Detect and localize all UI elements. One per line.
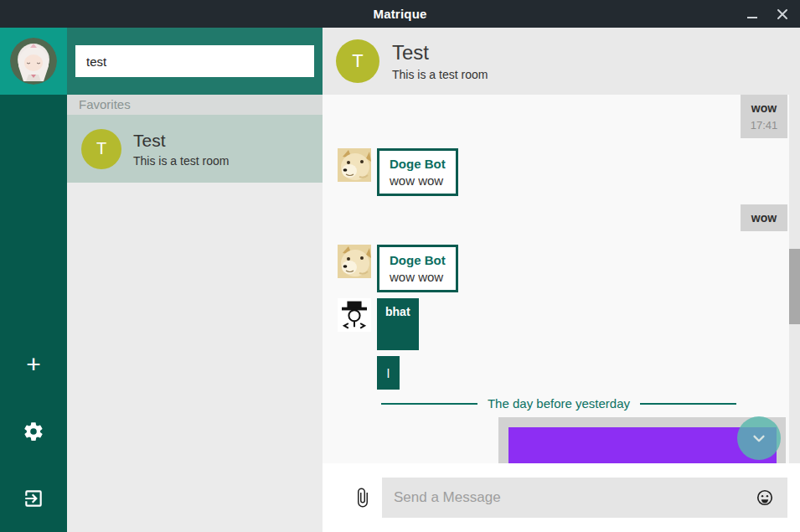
- room-topic: This is a test room: [133, 154, 229, 168]
- message-row: Doge Bot wow wow: [338, 245, 458, 292]
- plus-icon: +: [26, 352, 41, 377]
- message-sender: Doge Bot: [390, 253, 446, 267]
- message-timeline: wow 17:41: [323, 95, 800, 463]
- bhat-avatar: [338, 298, 371, 332]
- app-window: Matrique: [0, 0, 800, 532]
- message-text: l: [387, 366, 390, 380]
- titlebar: Matrique: [0, 0, 800, 28]
- chevron-down-icon: [748, 427, 770, 449]
- room-texts: Test This is a test room: [133, 131, 229, 168]
- user-avatar-box[interactable]: [0, 28, 67, 95]
- message-bubble-own-right: wow 17:41: [741, 95, 787, 138]
- message-timestamp: 17:41: [749, 119, 779, 132]
- window-controls: [743, 0, 792, 28]
- chat-room-avatar: T: [336, 39, 379, 83]
- room-avatar: T: [81, 129, 121, 169]
- divider-line: [640, 403, 736, 405]
- paperclip-icon: [353, 484, 373, 511]
- scroll-to-bottom-button[interactable]: [737, 416, 781, 460]
- doge-avatar-image: [338, 148, 371, 182]
- minimize-button[interactable]: [743, 5, 761, 23]
- message-bubble-own: l: [377, 356, 400, 390]
- chat-header: T Test This is a test room: [323, 28, 800, 95]
- room-list-panel: Favorites T Test This is a test room: [67, 28, 323, 532]
- chat-panel: T Test This is a test room wow 17:41: [323, 28, 800, 532]
- message-bubble-own-right: wow: [741, 204, 787, 231]
- chat-room-topic: This is a test room: [392, 68, 488, 81]
- logout-button[interactable]: [0, 478, 67, 519]
- date-divider-label: The day before yesterday: [488, 396, 630, 411]
- favorites-section-header: Favorites: [67, 95, 323, 115]
- emoji-smiley-icon: [756, 488, 774, 507]
- search-band: [67, 28, 323, 95]
- exit-icon: [23, 488, 44, 509]
- message-composer: [323, 463, 800, 532]
- bhat-avatar-image: [338, 298, 371, 332]
- attach-file-button[interactable]: [350, 483, 375, 513]
- user-avatar: [10, 38, 57, 85]
- composer-field[interactable]: [382, 478, 787, 518]
- search-input[interactable]: [75, 45, 314, 77]
- message-sender: bhat: [385, 305, 410, 318]
- doge-avatar-image: [338, 245, 371, 278]
- date-divider: The day before yesterday: [381, 396, 736, 411]
- minimize-icon: [747, 17, 757, 18]
- message-row: bhat: [338, 298, 419, 350]
- room-name: Test: [133, 131, 229, 151]
- message-row: Doge Bot wow wow: [338, 148, 458, 196]
- message-text: wow wow: [390, 173, 446, 188]
- gear-icon: [23, 421, 44, 442]
- message-text: wow: [749, 101, 779, 115]
- message-bubble-incoming: Doge Bot wow wow: [377, 245, 458, 292]
- message-text: wow: [749, 211, 779, 225]
- window-title: Matrique: [373, 7, 426, 21]
- chat-header-texts: Test This is a test room: [392, 41, 488, 81]
- doge-bot-avatar: [338, 148, 371, 182]
- scrollbar-track[interactable]: [789, 95, 800, 463]
- doge-bot-avatar: [338, 245, 371, 278]
- left-rail: +: [0, 28, 67, 532]
- message-sender: Doge Bot: [390, 157, 446, 171]
- emoji-button[interactable]: [754, 487, 776, 509]
- user-avatar-image: [10, 38, 57, 85]
- image-attachment[interactable]: [508, 427, 777, 463]
- chat-room-name: Test: [392, 41, 488, 65]
- message-bubble-incoming: Doge Bot wow wow: [377, 148, 458, 196]
- divider-line: [381, 403, 477, 405]
- message-bubble-own: bhat: [377, 298, 419, 350]
- message-text: wow wow: [390, 270, 446, 284]
- close-button[interactable]: [773, 5, 792, 23]
- close-icon: [777, 8, 788, 20]
- add-room-button[interactable]: +: [0, 344, 67, 385]
- scrollbar-thumb[interactable]: [789, 249, 800, 324]
- settings-button[interactable]: [0, 411, 67, 452]
- room-list-item-test[interactable]: T Test This is a test room: [67, 115, 323, 183]
- message-input[interactable]: [394, 489, 754, 506]
